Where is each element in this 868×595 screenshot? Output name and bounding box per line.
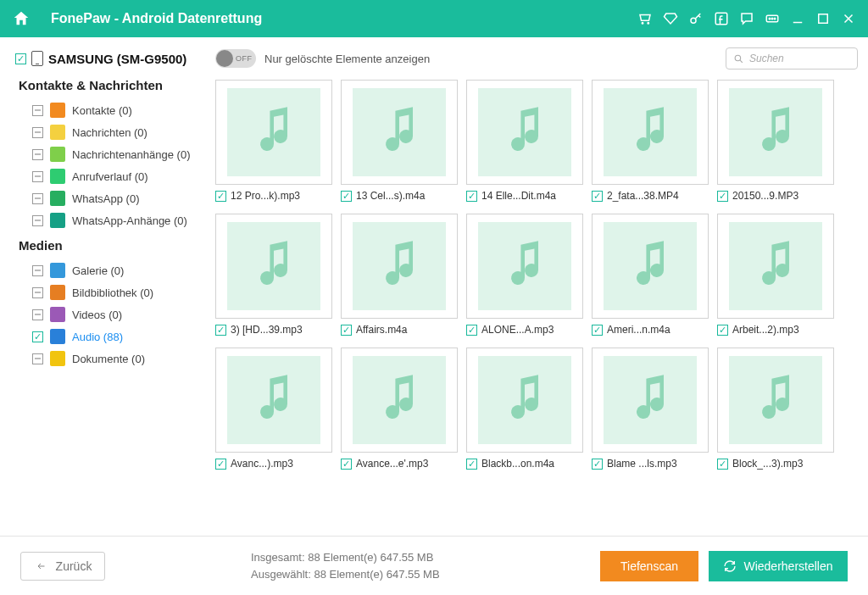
file-thumbnail[interactable]: [592, 348, 709, 453]
sidebar-item[interactable]: WhatsApp-Anhänge (0): [15, 209, 203, 231]
file-checkbox[interactable]: [215, 325, 226, 336]
diamond-icon[interactable]: [663, 11, 678, 26]
file-checkbox[interactable]: [341, 191, 352, 202]
file-item[interactable]: Blame ...ls.mp3: [592, 348, 709, 470]
item-checkbox[interactable]: [32, 331, 43, 342]
item-checkbox[interactable]: [32, 287, 43, 298]
home-icon[interactable]: [12, 9, 31, 28]
sidebar-item[interactable]: Nachrichtenanhänge (0): [15, 143, 203, 165]
file-checkbox[interactable]: [717, 191, 728, 202]
music-note-icon: [626, 373, 674, 427]
maximize-icon[interactable]: [815, 11, 831, 26]
file-checkbox[interactable]: [466, 191, 477, 202]
file-item[interactable]: Avanc...).mp3: [215, 348, 332, 470]
file-thumbnail[interactable]: [717, 80, 834, 185]
sidebar-item[interactable]: Anrufverlauf (0): [15, 165, 203, 187]
cart-icon[interactable]: [637, 11, 653, 26]
file-item[interactable]: 13 Cel...s).m4a: [341, 80, 458, 202]
file-name: 13 Cel...s).m4a: [356, 190, 425, 202]
file-thumbnail[interactable]: [466, 348, 583, 453]
file-checkbox[interactable]: [215, 191, 226, 202]
sidebar-item-label: Dokumente (0): [72, 353, 145, 365]
item-checkbox[interactable]: [32, 309, 43, 320]
item-checkbox[interactable]: [32, 215, 43, 226]
item-checkbox[interactable]: [32, 171, 43, 182]
file-thumbnail[interactable]: [466, 214, 583, 319]
item-checkbox[interactable]: [32, 105, 43, 116]
file-checkbox[interactable]: [592, 191, 603, 202]
file-checkbox[interactable]: [341, 459, 352, 470]
item-checkbox[interactable]: [32, 353, 43, 364]
file-item[interactable]: Avance...e'.mp3: [341, 348, 458, 470]
file-item[interactable]: 20150...9.MP3: [717, 80, 834, 202]
sidebar-item[interactable]: Dokumente (0): [15, 348, 203, 370]
item-checkbox[interactable]: [32, 149, 43, 160]
file-item[interactable]: Ameri...n.m4a: [592, 214, 709, 336]
file-thumbnail[interactable]: [592, 214, 709, 319]
search-input[interactable]: Suchen: [726, 47, 858, 70]
file-checkbox[interactable]: [466, 325, 477, 336]
file-item[interactable]: 14 Elle...Dit.m4a: [466, 80, 583, 202]
file-item[interactable]: Arbeit...2).mp3: [717, 214, 834, 336]
file-name: Avance...e'.mp3: [356, 458, 428, 470]
sidebar-item[interactable]: Bildbibliothek (0): [15, 281, 203, 303]
item-checkbox[interactable]: [32, 193, 43, 204]
file-item[interactable]: Blackb...on.m4a: [466, 348, 583, 470]
sidebar-item[interactable]: Videos (0): [15, 303, 203, 325]
device-row[interactable]: SAMSUNG (SM-G9500): [15, 51, 203, 66]
more-icon[interactable]: [765, 11, 780, 26]
file-item[interactable]: ALONE...A.mp3: [466, 214, 583, 336]
file-checkbox[interactable]: [717, 459, 728, 470]
minimize-icon[interactable]: [790, 11, 805, 26]
music-note-icon: [376, 373, 423, 427]
close-icon[interactable]: [841, 11, 856, 26]
sidebar-item-label: Audio (88): [72, 331, 123, 343]
file-item[interactable]: 3) [HD...39.mp3: [215, 214, 332, 336]
file-item[interactable]: 12 Pro...k).mp3: [215, 80, 332, 202]
key-icon[interactable]: [688, 11, 704, 26]
device-checkbox[interactable]: [15, 53, 26, 64]
sidebar-item-label: WhatsApp (0): [72, 192, 139, 205]
file-checkbox[interactable]: [466, 459, 477, 470]
recover-button[interactable]: Wiederherstellen: [709, 551, 848, 581]
file-checkbox[interactable]: [215, 459, 226, 470]
file-thumbnail[interactable]: [215, 80, 332, 185]
sidebar-item[interactable]: Audio (88): [15, 325, 203, 348]
svg-point-5: [774, 18, 776, 19]
category-icon: [50, 285, 65, 300]
phone-icon: [31, 51, 43, 66]
category-icon: [50, 169, 65, 184]
category-icon: [50, 307, 65, 322]
deleted-only-toggle[interactable]: OFF: [215, 49, 256, 68]
section-contacts-header: Kontakte & Nachrichten: [19, 78, 203, 92]
deepscan-button[interactable]: Tiefenscan: [600, 551, 698, 581]
file-checkbox[interactable]: [592, 459, 603, 470]
file-item[interactable]: 2_fata...38.MP4: [592, 80, 709, 202]
file-item[interactable]: Affairs.m4a: [341, 214, 458, 336]
file-thumbnail[interactable]: [215, 214, 332, 319]
sidebar: SAMSUNG (SM-G9500) Kontakte & Nachrichte…: [0, 37, 210, 536]
sidebar-item[interactable]: Kontakte (0): [15, 99, 203, 121]
file-checkbox[interactable]: [341, 325, 352, 336]
sidebar-item[interactable]: WhatsApp (0): [15, 187, 203, 209]
facebook-icon[interactable]: [714, 11, 729, 26]
file-item[interactable]: Block_...3).mp3: [717, 348, 834, 470]
item-checkbox[interactable]: [32, 127, 43, 138]
sidebar-item[interactable]: Nachrichten (0): [15, 121, 203, 143]
item-checkbox[interactable]: [32, 265, 43, 276]
file-thumbnail[interactable]: [717, 214, 834, 319]
back-button[interactable]: Zurück: [20, 552, 105, 581]
file-thumbnail[interactable]: [717, 348, 834, 453]
sidebar-item-label: Kontakte (0): [72, 104, 132, 117]
feedback-icon[interactable]: [739, 11, 754, 26]
file-thumbnail[interactable]: [341, 214, 458, 319]
file-checkbox[interactable]: [592, 325, 603, 336]
sidebar-item[interactable]: Galerie (0): [15, 259, 203, 281]
file-thumbnail[interactable]: [341, 80, 458, 185]
file-thumbnail[interactable]: [215, 348, 332, 453]
file-thumbnail[interactable]: [592, 80, 709, 185]
file-checkbox[interactable]: [717, 325, 728, 336]
file-thumbnail[interactable]: [466, 80, 583, 185]
file-name: Ameri...n.m4a: [607, 324, 670, 336]
file-thumbnail[interactable]: [341, 348, 458, 453]
